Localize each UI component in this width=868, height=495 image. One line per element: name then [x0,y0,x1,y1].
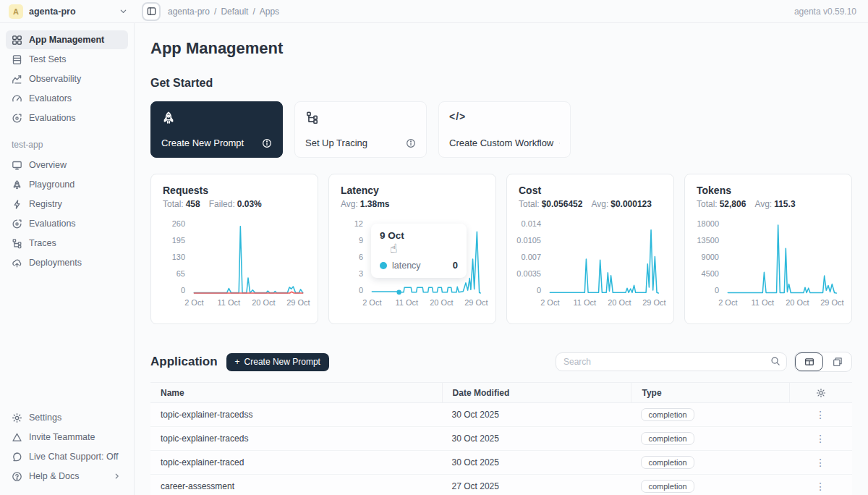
sidebar-item-evaluators[interactable]: Evaluators [6,89,128,108]
trace-tree-icon [12,238,22,249]
applications-table: Name Date Modified Type topic-explainer-… [150,382,852,495]
latency-card: Latency Avg:1.38ms 129630 2 Oct11 Oct20 … [328,174,496,324]
app-name: career-assessment [150,481,442,491]
row-menu-button[interactable]: ⋮ [789,481,852,492]
breadcrumb-page[interactable]: Apps [260,7,279,17]
create-new-prompt-button[interactable]: + Create New Prompt [226,353,329,371]
x-axis-labels: 2 Oct11 Oct20 Oct29 Oct [190,298,306,310]
type-badge: completion [641,408,694,421]
sidebar-item-label: Registry [29,199,62,209]
row-menu-button[interactable]: ⋮ [789,433,852,444]
type-badge: completion [641,480,694,493]
sidebar-item-observability[interactable]: Observability [6,69,128,88]
sidebar-spacer [6,273,128,408]
sidebar-item-help-docs[interactable]: Help & Docs [6,467,128,486]
x-axis-labels: 2 Oct11 Oct20 Oct29 Oct [546,298,662,310]
set-up-tracing-card[interactable]: Set Up Tracing [294,101,427,158]
top-bar: A agenta-pro agenta-pro / Default / Apps… [0,0,868,23]
gauge-icon [12,93,22,104]
metric-cards: Requests Total:458 Failed:0.03% 26019513… [150,174,852,324]
info-icon[interactable] [406,138,416,148]
help-circle-icon [12,471,22,482]
plus-icon: + [235,357,240,367]
application-header: Application + Create New Prompt [150,352,852,372]
card-label: Create Custom Workflow [449,138,553,148]
sidebar-item-label: Evaluations [29,113,76,123]
lightning-icon [12,199,22,210]
sidebar-item-deployments[interactable]: Deployments [6,253,128,272]
breadcrumb-project[interactable]: Default [221,7,248,17]
test-sets-icon [12,54,22,65]
create-custom-workflow-card[interactable]: </> Create Custom Workflow [438,101,571,158]
trace-tree-icon [305,111,319,124]
row-menu-button[interactable]: ⋮ [789,409,852,420]
app-date-modified: 30 Oct 2025 [442,457,631,468]
sidebar-item-label: Invite Teammate [29,432,95,442]
info-icon[interactable] [559,138,560,148]
sidebar-item-registry[interactable]: Registry [6,195,128,213]
table-row[interactable]: topic-explainer-traceds 30 Oct 2025 comp… [150,427,852,451]
table-row[interactable]: career-assessment 27 Oct 2025 completion… [150,475,852,495]
sidebar-item-playground[interactable]: Playground [6,175,128,194]
invite-icon [12,432,22,443]
sidebar-item-test-sets[interactable]: Test Sets [6,50,128,69]
sidebar-item-settings[interactable]: Settings [6,408,128,427]
trend-chart-icon [12,74,22,85]
app-name: topic-explainer-tracedss [150,410,442,420]
sidebar-item-invite-teammate[interactable]: Invite Teammate [6,428,128,447]
gear-icon [12,412,22,423]
tooltip-date: 9 Oct [380,230,458,241]
cost-chart[interactable] [546,219,662,295]
tokens-chart[interactable] [724,219,840,295]
breadcrumb-workspace[interactable]: agenta-pro [168,7,210,17]
series-dot-icon [380,262,387,269]
search-box [556,352,787,371]
sidebar-item-live-chat[interactable]: Live Chat Support: Off [6,447,128,466]
type-badge: completion [641,432,694,445]
tokens-card: Tokens Total:52,806 Avg:115.3 1800013500… [684,174,852,324]
sidebar-item-overview[interactable]: Overview [6,156,128,174]
cost-card: Cost Total:$0.056452 Avg:$0.000123 0.014… [506,174,674,324]
table-row[interactable]: topic-explainer-traced 30 Oct 2025 compl… [150,451,852,475]
chat-bubble-icon [12,452,22,462]
sidebar-item-label: Evaluators [29,93,72,103]
x-axis-labels: 2 Oct11 Oct20 Oct29 Oct [724,298,840,310]
row-menu-button[interactable]: ⋮ [789,457,852,468]
sidebar-item-app-evaluations[interactable]: Evaluations [6,214,128,233]
sidebar-item-app-management[interactable]: App Management [6,30,128,49]
sidebar: App Management Test Sets Observability E… [0,23,135,495]
breadcrumb: agenta-pro / Default / Apps [168,7,794,17]
breadcrumb-separator: / [252,7,255,17]
app-version: agenta v0.59.10 [794,7,868,17]
card-view-button[interactable] [823,352,851,371]
workspace-selector[interactable]: A agenta-pro [0,4,135,19]
breadcrumb-separator: / [214,7,216,17]
table-row[interactable]: topic-explainer-tracedss 30 Oct 2025 com… [150,403,852,427]
sidebar-item-evaluations[interactable]: Evaluations [6,109,128,127]
table-view-button[interactable] [795,352,823,371]
y-axis-labels: 0.0140.01050.0070.00350 [519,219,546,295]
cloud-upload-icon [12,258,22,268]
collapse-sidebar-button[interactable] [142,2,161,21]
search-input[interactable] [556,352,787,371]
sidebar-item-label: Deployments [29,258,82,268]
sidebar-item-traces[interactable]: Traces [6,234,128,253]
application-heading: Application [150,355,218,369]
code-icon: </> [449,111,560,122]
stat-title: Tokens [697,185,840,196]
sidebar-item-label: Overview [29,160,67,170]
info-icon[interactable] [262,138,272,148]
workspace-name: agenta-pro [29,7,114,17]
get-started-cards: Create New Prompt Set Up Tracing </> Cre… [150,101,852,158]
requests-card: Requests Total:458 Failed:0.03% 26019513… [150,174,318,324]
create-new-prompt-card[interactable]: Create New Prompt [150,101,283,158]
sidebar-item-label: Playground [29,179,75,190]
sidebar-item-label: App Management [29,35,104,45]
column-header-type: Type [631,383,788,402]
y-axis-labels: 129630 [341,219,368,295]
search-icon [770,356,780,366]
column-header-name: Name [150,383,442,402]
panel-left-icon [147,7,156,16]
table-settings-gear-icon[interactable] [816,388,826,398]
requests-chart[interactable] [190,219,306,295]
